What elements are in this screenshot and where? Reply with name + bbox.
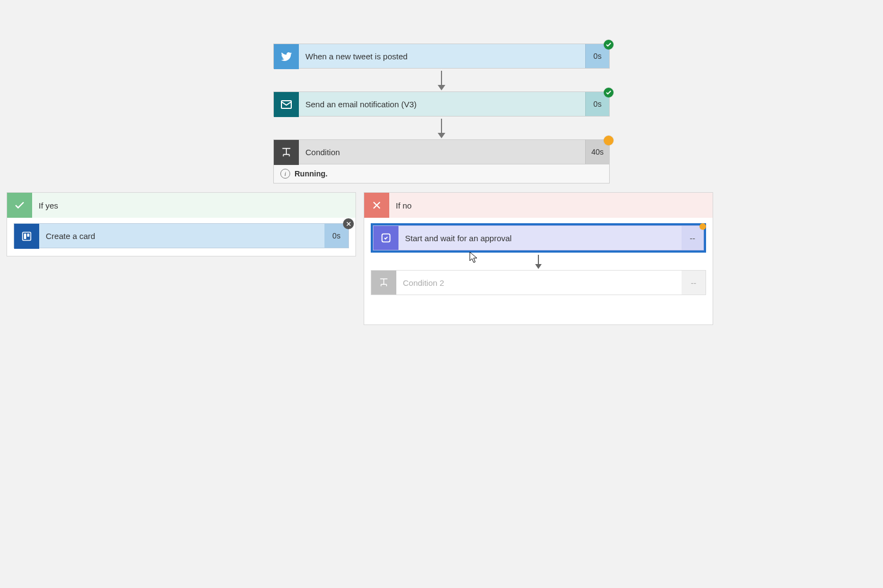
- trello-label: Create a card: [39, 224, 324, 248]
- trigger-twitter-card[interactable]: When a new tweet is posted 0s: [273, 44, 610, 69]
- branch-no-body: Start and wait for an approval -- Condit…: [364, 218, 713, 303]
- success-badge-icon: [604, 40, 614, 50]
- approval-card-selected[interactable]: Start and wait for an approval --: [371, 223, 706, 253]
- action-email-card[interactable]: Send an email notification (V3) 0s: [273, 91, 610, 117]
- condition2-label: Condition 2: [396, 271, 682, 295]
- close-icon[interactable]: ✕: [343, 218, 354, 229]
- arrow-down-icon: [441, 119, 442, 137]
- condition-card[interactable]: Condition 40s: [273, 139, 610, 164]
- condition2-card[interactable]: Condition 2 --: [371, 270, 706, 295]
- condition2-time: --: [682, 271, 706, 295]
- branch-no-header: If no: [364, 193, 713, 218]
- trello-icon: [14, 224, 39, 249]
- approval-label: Start and wait for an approval: [398, 226, 682, 250]
- condition-branches: If yes Create a card 0s ✕ If no: [7, 192, 713, 325]
- email-label: Send an email notification (V3): [299, 92, 585, 116]
- twitter-icon: [274, 44, 299, 69]
- condition-status-text: Running.: [295, 169, 328, 178]
- svg-rect-2: [24, 234, 26, 239]
- approval-time: --: [682, 226, 703, 250]
- branch-yes-title: If yes: [32, 193, 355, 218]
- svg-rect-3: [27, 234, 29, 237]
- trigger-label: When a new tweet is posted: [299, 44, 585, 68]
- branch-no-title: If no: [389, 193, 713, 218]
- svg-rect-1: [23, 232, 31, 241]
- flow-canvas: When a new tweet is posted 0s Send an em…: [0, 0, 883, 588]
- success-badge-icon: [604, 88, 614, 97]
- condition-label: Condition: [299, 140, 585, 164]
- flow-main-column: When a new tweet is posted 0s Send an em…: [273, 44, 610, 183]
- arrow-down-icon: [538, 255, 539, 268]
- branch-if-yes[interactable]: If yes Create a card 0s ✕: [7, 192, 356, 256]
- condition-icon: [274, 140, 299, 165]
- condition-status-row: i Running.: [273, 164, 610, 183]
- branch-if-no[interactable]: If no Start and wait for an approval --: [364, 192, 713, 325]
- x-icon: [364, 193, 389, 218]
- condition-icon: [371, 271, 396, 295]
- branch-yes-header: If yes: [7, 193, 355, 218]
- pending-badge-icon: [700, 223, 706, 230]
- info-icon: i: [280, 169, 290, 179]
- arrow-down-icon: [441, 71, 442, 89]
- trello-card[interactable]: Create a card 0s ✕: [14, 223, 349, 248]
- mail-icon: [274, 92, 299, 117]
- check-icon: [7, 193, 32, 218]
- branch-yes-body: Create a card 0s ✕: [7, 218, 355, 256]
- running-badge-icon: [604, 136, 614, 145]
- approval-icon: [373, 226, 398, 250]
- condition-block: Condition 40s i Running.: [273, 139, 610, 183]
